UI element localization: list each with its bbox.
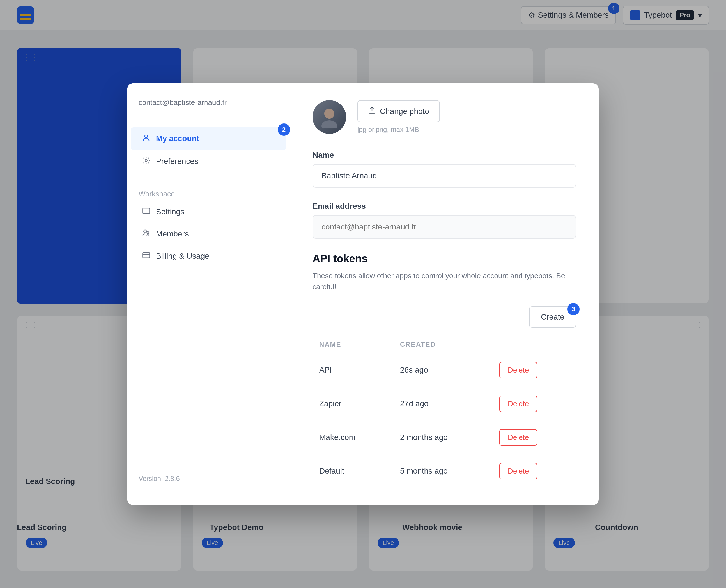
name-label: Name: [313, 151, 576, 160]
svg-point-9: [321, 120, 337, 128]
col-created-header: CREATED: [393, 336, 493, 353]
email-field-group: Email address: [313, 202, 576, 239]
token-name: Make.com: [313, 421, 393, 454]
sidebar-item-my-account[interactable]: My account 2: [131, 127, 286, 150]
sidebar-item-settings[interactable]: Settings: [131, 201, 286, 223]
email-label: Email address: [313, 202, 576, 211]
members-icon: [142, 229, 150, 239]
my-account-badge: 2: [278, 123, 290, 136]
token-actions: Delete: [493, 353, 576, 387]
name-field-group: Name: [313, 151, 576, 188]
billing-icon: [142, 252, 150, 261]
sidebar-version: Version: 2.8.6: [127, 466, 290, 491]
table-row: Default 5 months ago Delete: [313, 454, 576, 488]
profile-section: Change photo jpg or.png, max 1MB: [313, 100, 576, 134]
change-photo-label: Change photo: [380, 107, 429, 116]
modal-overlay[interactable]: contact@baptiste-arnaud.fr My account 2 …: [0, 0, 726, 588]
table-row: Make.com 2 months ago Delete: [313, 421, 576, 454]
token-created: 5 months ago: [393, 454, 493, 488]
sidebar-item-members[interactable]: Members: [131, 223, 286, 246]
tokens-table: NAME CREATED API 26s ago Delete Zapier 2…: [313, 336, 576, 488]
token-actions: Delete: [493, 387, 576, 421]
create-token-button[interactable]: Create 3: [529, 306, 576, 328]
sidebar-email: contact@baptiste-arnaud.fr: [127, 97, 290, 119]
create-label: Create: [541, 313, 564, 321]
delete-token-button[interactable]: Delete: [499, 362, 537, 378]
settings-modal: contact@baptiste-arnaud.fr My account 2 …: [127, 83, 599, 505]
svg-point-5: [147, 232, 149, 234]
delete-token-button[interactable]: Delete: [499, 429, 537, 446]
token-created: 2 months ago: [393, 421, 493, 454]
name-input[interactable]: [313, 164, 576, 188]
change-photo-button[interactable]: Change photo: [357, 100, 440, 122]
preferences-label: Preferences: [156, 157, 198, 166]
token-name: Default: [313, 454, 393, 488]
svg-point-1: [145, 159, 147, 162]
user-circle-icon: [142, 133, 150, 144]
col-name-header: NAME: [313, 336, 393, 353]
api-tokens-title: API tokens: [313, 253, 576, 265]
delete-token-button[interactable]: Delete: [499, 463, 537, 479]
token-actions: Delete: [493, 454, 576, 488]
token-name: Zapier: [313, 387, 393, 421]
change-photo-section: Change photo jpg or.png, max 1MB: [357, 100, 440, 133]
gear-small-icon: [142, 156, 150, 167]
token-created: 26s ago: [393, 353, 493, 387]
token-created: 27d ago: [393, 387, 493, 421]
workspace-nav: Settings Members Billing & Usage: [127, 201, 290, 275]
modal-sidebar: contact@baptiste-arnaud.fr My account 2 …: [127, 83, 290, 505]
settings-rect-icon: [142, 207, 150, 216]
table-row: Zapier 27d ago Delete: [313, 387, 576, 421]
avatar: [313, 100, 346, 134]
create-badge: 3: [567, 303, 580, 315]
photo-hint: jpg or.png, max 1MB: [357, 126, 440, 133]
members-label: Members: [156, 230, 189, 238]
svg-rect-6: [143, 253, 150, 258]
avatar-image: [313, 100, 346, 134]
token-name: API: [313, 353, 393, 387]
token-actions: Delete: [493, 421, 576, 454]
settings-label: Settings: [156, 207, 184, 216]
delete-token-button[interactable]: Delete: [499, 396, 537, 412]
upload-icon: [368, 106, 376, 116]
sidebar-item-preferences[interactable]: Preferences: [131, 150, 286, 173]
workspace-section-label: Workspace: [127, 181, 290, 201]
api-tokens-description: These tokens allow other apps to control…: [313, 270, 576, 292]
svg-point-4: [144, 230, 146, 233]
my-account-label: My account: [156, 134, 199, 143]
svg-point-0: [145, 135, 148, 138]
email-input: [313, 215, 576, 239]
col-actions-header: [493, 336, 576, 353]
api-tokens-section: API tokens These tokens allow other apps…: [313, 253, 576, 488]
svg-rect-2: [143, 208, 150, 214]
table-row: API 26s ago Delete: [313, 353, 576, 387]
modal-main-content: Change photo jpg or.png, max 1MB Name Em…: [290, 83, 599, 505]
svg-point-10: [324, 109, 334, 119]
billing-label: Billing & Usage: [156, 252, 209, 260]
sidebar-nav: My account 2 Preferences: [127, 119, 290, 181]
sidebar-item-billing[interactable]: Billing & Usage: [131, 246, 286, 267]
tokens-header: Create 3: [313, 306, 576, 328]
